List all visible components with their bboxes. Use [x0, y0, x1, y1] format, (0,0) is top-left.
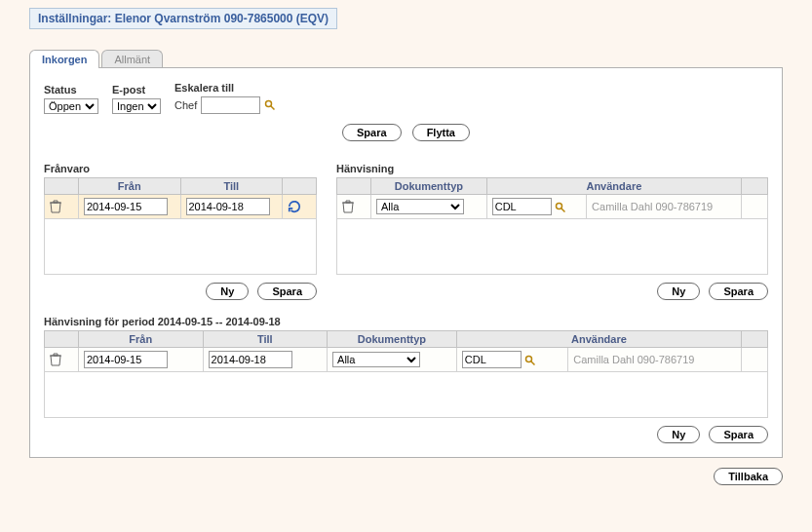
filter-eskalera-group: Eskalera till Chef [174, 82, 276, 114]
franvaro-title: Frånvaro [44, 163, 317, 174]
chef-input[interactable] [201, 96, 260, 114]
period-doktyp-select[interactable]: Alla [332, 352, 420, 367]
filter-row: Status Öppen E-post Ingen Eskalera till … [44, 82, 768, 114]
svg-point-0 [266, 101, 272, 107]
franvaro-col-from: Från [79, 178, 181, 195]
period-to-input[interactable] [209, 351, 292, 368]
flytta-button[interactable]: Flytta [412, 124, 470, 141]
franvaro-table: Från Till [44, 177, 317, 275]
hanvisning-box: Hänvisning Dokumenttyp Användare [336, 163, 768, 300]
epost-select[interactable]: Ingen [112, 98, 161, 114]
period-title: Hänvisning för period 2014-09-15 -- 2014… [44, 316, 768, 327]
filter-epost-group: E-post Ingen [112, 84, 161, 114]
ny-button[interactable]: Ny [206, 283, 249, 300]
period-col-doktyp: Dokumenttyp [328, 331, 457, 348]
search-icon[interactable] [555, 202, 566, 213]
trash-icon[interactable] [50, 200, 73, 213]
chef-label: Chef [174, 99, 197, 111]
main-buttons: Spara Flytta [44, 124, 768, 141]
table-row [337, 219, 768, 275]
franvaro-to-input[interactable] [186, 198, 270, 215]
spara-button[interactable]: Spara [257, 283, 317, 300]
spara-button[interactable]: Spara [342, 124, 402, 141]
franvaro-box: Frånvaro Från Till [44, 163, 317, 300]
epost-label: E-post [112, 84, 161, 95]
svg-line-3 [561, 209, 565, 212]
period-user-code-input[interactable] [462, 351, 522, 368]
user-code-input[interactable] [492, 198, 552, 215]
svg-point-2 [556, 204, 561, 209]
refresh-icon[interactable] [288, 200, 311, 213]
status-select[interactable]: Öppen [44, 98, 98, 114]
page-title-bar: Inställningar: Elenor Qvarnström 090-786… [29, 8, 337, 29]
page-title: Inställningar: Elenor Qvarnström 090-786… [38, 12, 329, 25]
user-name-text: Camilla Dahl 090-786719 [592, 201, 713, 212]
table-row: Alla Camilla Dahl 090-786719 [45, 348, 768, 372]
period-from-input[interactable] [84, 351, 168, 368]
bottom-buttons: Tillbaka [29, 468, 783, 485]
svg-line-5 [531, 361, 535, 365]
period-col-to: Till [203, 331, 328, 348]
tab-allmant[interactable]: Allmänt [101, 50, 163, 68]
tillbaka-button[interactable]: Tillbaka [714, 468, 783, 485]
period-col-from: Från [79, 331, 204, 348]
period-col-user: Användare [456, 331, 741, 348]
svg-line-1 [271, 106, 275, 110]
ny-button[interactable]: Ny [657, 283, 700, 300]
ny-button[interactable]: Ny [657, 426, 700, 443]
trash-icon[interactable] [342, 200, 366, 213]
period-table: Från Till Dokumenttyp Användare Alla [44, 330, 768, 418]
tabs-row: Inkorgen Allmänt [29, 49, 783, 67]
svg-point-4 [525, 357, 531, 362]
trash-icon[interactable] [50, 353, 73, 366]
table-row [45, 219, 317, 275]
search-icon[interactable] [524, 355, 536, 366]
period-user-name-text: Camilla Dahl 090-786719 [573, 354, 694, 365]
panel-inkorgen: Status Öppen E-post Ingen Eskalera till … [29, 67, 783, 458]
search-icon[interactable] [264, 99, 276, 111]
hanvisning-col-user: Användare [486, 178, 741, 195]
doktyp-select[interactable]: Alla [376, 199, 464, 214]
table-row [45, 372, 768, 418]
franvaro-col-to: Till [180, 178, 283, 195]
hanvisning-col-doktyp: Dokumenttyp [371, 178, 487, 195]
table-row [45, 195, 317, 219]
hanvisning-title: Hänvisning [336, 163, 768, 174]
tab-inkorgen[interactable]: Inkorgen [29, 50, 99, 68]
hanvisning-table: Dokumenttyp Användare Alla [336, 177, 768, 275]
franvaro-from-input[interactable] [84, 198, 168, 215]
status-label: Status [44, 84, 98, 95]
spara-button[interactable]: Spara [709, 426, 768, 443]
eskalera-label: Eskalera till [174, 82, 276, 94]
period-box: Hänvisning för period 2014-09-15 -- 2014… [44, 316, 768, 443]
table-row: Alla Camilla Dahl 090-786719 [337, 195, 768, 219]
spara-button[interactable]: Spara [709, 283, 768, 300]
filter-status-group: Status Öppen [44, 84, 98, 114]
